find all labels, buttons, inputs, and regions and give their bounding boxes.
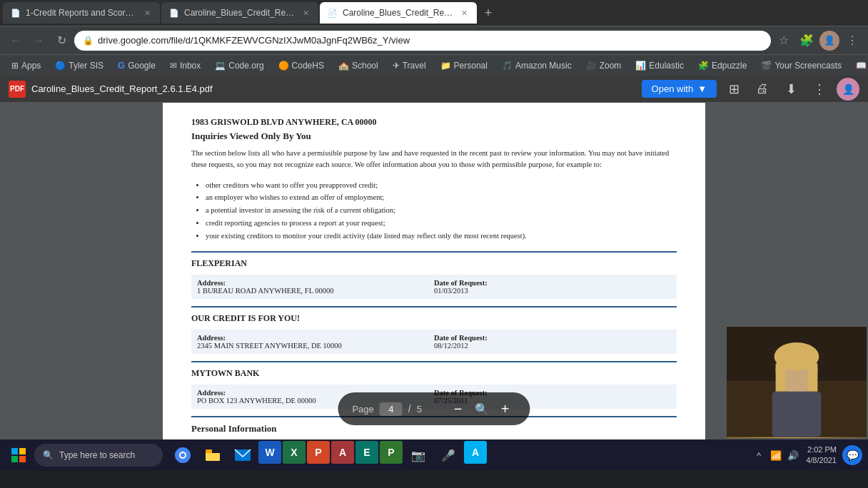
print-button[interactable]: 🖨 <box>751 78 774 101</box>
svg-rect-7 <box>11 448 18 454</box>
taskbar-excel-app[interactable]: X <box>283 441 306 464</box>
bookmark-edulastic[interactable]: 📊 Edulastic <box>630 59 690 72</box>
bookmark-tyler[interactable]: 🔵 Tyler SIS <box>49 59 109 72</box>
tab-1-title: 1-Credit Reports and Scores - C... <box>26 8 137 18</box>
taskbar-powerpoint-app[interactable]: P <box>307 441 330 464</box>
bookmark-reading-list[interactable]: 📖 Reading list <box>850 59 868 72</box>
codeorg-icon: 💻 <box>215 61 226 71</box>
edpuzzle-icon: 🧩 <box>698 61 709 71</box>
page-label: Page <box>352 404 373 415</box>
webcam-svg <box>727 325 867 438</box>
zoom-out-button[interactable]: − <box>448 398 469 420</box>
bookmark-zoom[interactable]: 🎥 Zoom <box>580 59 627 72</box>
bookmark-codehs[interactable]: 🟠 CodeHS <box>273 59 330 72</box>
tab-1[interactable]: 📄 1-Credit Reports and Scores - C... ✕ <box>3 2 160 24</box>
fullscreen-button[interactable]: ⊞ <box>722 78 745 101</box>
tray-clock[interactable]: 2:02 PM 4/8/2021 <box>806 444 837 467</box>
webcam-overlay <box>725 325 868 439</box>
taskbar-project-app[interactable]: P <box>380 441 403 464</box>
tray-chat-button[interactable]: 💬 <box>842 445 862 465</box>
edulastic-icon: 📊 <box>635 61 646 71</box>
tray-icons: ^ 📶 🔊 <box>752 448 800 462</box>
start-button[interactable] <box>6 442 31 468</box>
open-with-button[interactable]: Open with ▼ <box>642 80 717 98</box>
tray-time-display: 2:02 PM <box>806 444 837 455</box>
tray-chevron-icon[interactable]: ^ <box>752 448 766 462</box>
nav-bar: ← → ↻ 🔒 drive.google.com/file/d/1QKMKFZE… <box>0 26 868 54</box>
bookmark-school[interactable]: 🏫 School <box>333 59 384 72</box>
bookmark-screencasts-label: Your Screencasts <box>774 61 842 71</box>
taskbar: 🔍 Type here to search W X P A E P 📷 🎤 A … <box>0 439 868 471</box>
bookmark-google-label: Google <box>128 61 156 71</box>
bookmarks-bar: ⊞ Apps 🔵 Tyler SIS G Google ✉ Inbox 💻 Co… <box>0 54 868 76</box>
pdf-page: 1983 GRISWOLD BLVD ANYWHERE, CA 00000 In… <box>163 103 705 439</box>
tray-network-icon[interactable]: 📶 <box>769 448 783 462</box>
more-options-button[interactable]: ⋮ <box>808 78 831 101</box>
inquiry-ourcredit-details: Address: 2345 MAIN STREET ANYWHERE, DE 1… <box>191 330 677 354</box>
tab-3-close[interactable]: ✕ <box>458 7 470 19</box>
taskbar-search[interactable]: 🔍 Type here to search <box>34 444 163 467</box>
inquiry-ourcredit-address-label: Address: <box>197 334 434 342</box>
user-avatar[interactable]: 👤 <box>837 78 859 101</box>
forward-button[interactable]: → <box>29 31 49 51</box>
taskbar-word-app[interactable]: W <box>258 441 281 464</box>
taskbar-publisher-app[interactable]: E <box>355 441 378 464</box>
bookmark-codeorg[interactable]: 💻 Code.org <box>209 59 269 72</box>
open-with-label: Open with <box>652 83 694 94</box>
profile-button[interactable]: 👤 <box>819 31 839 51</box>
more-button[interactable]: ⋮ <box>842 31 862 51</box>
open-with-dropdown-icon: ▼ <box>697 83 707 94</box>
bullet-item-0: other creditors who want to offer you pr… <box>206 179 677 192</box>
extensions-button[interactable]: 🧩 <box>797 31 817 51</box>
bookmark-amazon-music-label: Amazon Music <box>515 61 572 71</box>
inquiry-flexperian-date-label: Date of Request: <box>434 279 671 287</box>
address-text: drive.google.com/file/d/1QKMKFZEWVCGNzIX… <box>98 35 410 46</box>
search-icon: 🔍 <box>43 450 54 460</box>
address-bar[interactable]: 🔒 drive.google.com/file/d/1QKMKFZEWVCGNz… <box>74 31 771 51</box>
tab-2[interactable]: 📄 Caroline_Blues_Credit_Report_2... ✕ <box>161 2 318 24</box>
amazon-music-icon: 🎵 <box>502 61 513 71</box>
taskbar-browser-app[interactable] <box>168 441 197 469</box>
taskbar-mail-app[interactable] <box>228 441 257 469</box>
codehs-icon: 🟠 <box>278 61 289 71</box>
inquiry-mytownbank-name: MYTOWN BANK <box>191 368 677 379</box>
bookmark-google[interactable]: G Google <box>112 59 161 72</box>
svg-rect-10 <box>19 456 26 462</box>
bookmark-edpuzzle[interactable]: 🧩 Edpuzzle <box>692 59 752 72</box>
back-button[interactable]: ← <box>6 31 26 51</box>
bookmark-inbox[interactable]: ✉ Inbox <box>164 59 206 72</box>
bookmark-school-label: School <box>352 61 378 71</box>
star-button[interactable]: ☆ <box>774 31 794 51</box>
svg-point-13 <box>181 453 185 457</box>
bookmark-apps[interactable]: ⊞ Apps <box>6 59 46 72</box>
pdf-nav-bar: Page / 5 | − 🔍 + <box>338 392 530 425</box>
svg-rect-6 <box>808 364 818 392</box>
bullet-list: other creditors who want to offer you pr… <box>206 179 677 243</box>
tab-1-close[interactable]: ✕ <box>141 7 153 19</box>
new-tab-button[interactable]: + <box>478 3 498 23</box>
download-button[interactable]: ⬇ <box>779 78 802 101</box>
tray-volume-icon[interactable]: 🔊 <box>786 448 800 462</box>
taskbar-app-a[interactable]: A <box>464 441 487 464</box>
reload-button[interactable]: ↻ <box>51 31 71 51</box>
tab-3[interactable]: 📄 Caroline_Blues_Credit_Report_W... ✕ <box>320 2 477 24</box>
bookmark-personal[interactable]: 📁 Personal <box>435 59 493 72</box>
zoom-in-button[interactable]: + <box>495 398 516 420</box>
pdf-content-wrapper: 1983 GRISWOLD BLVD ANYWHERE, CA 00000 In… <box>0 103 868 439</box>
taskbar-access-app[interactable]: A <box>331 441 354 464</box>
bookmark-zoom-label: Zoom <box>600 61 622 71</box>
taskbar-files-app[interactable] <box>198 441 227 469</box>
tab-2-title: Caroline_Blues_Credit_Report_2... <box>184 8 296 18</box>
bookmark-screencasts[interactable]: 🎬 Your Screencasts <box>755 59 847 72</box>
taskbar-camera-app[interactable]: 📷 <box>404 441 433 469</box>
svg-rect-3 <box>772 392 822 437</box>
page-current-input[interactable] <box>380 402 403 416</box>
pdf-icon: PDF <box>9 81 26 98</box>
tab-2-close[interactable]: ✕ <box>300 7 311 19</box>
inquiry-flexperian: FLEXPERIAN Address: 1 BUREAU ROAD ANYWHE… <box>191 251 677 299</box>
zoom-magnifier-icon: 🔍 <box>475 402 489 416</box>
bookmark-amazon-music[interactable]: 🎵 Amazon Music <box>496 59 577 72</box>
taskbar-mic-app[interactable]: 🎤 <box>434 441 463 469</box>
bookmark-travel[interactable]: ✈ Travel <box>387 59 432 72</box>
tab-1-favicon: 📄 <box>10 7 21 19</box>
